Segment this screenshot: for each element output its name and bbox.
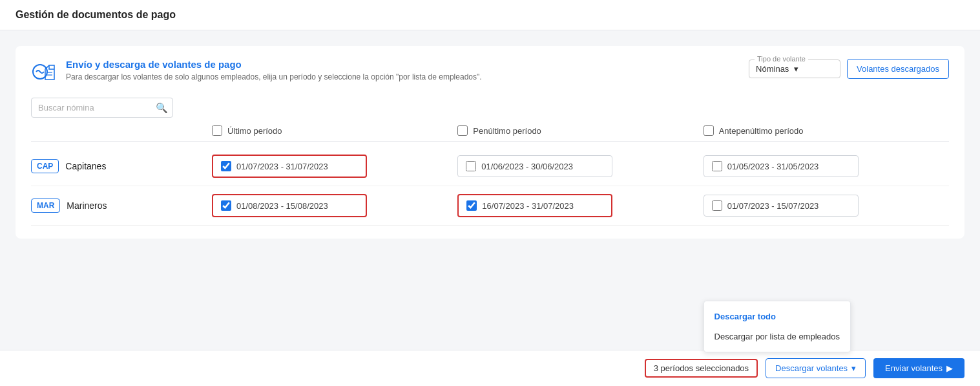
table-row: CAP Capitanes 01/07/2023 - 31/07/2023 01…	[31, 147, 949, 186]
search-input-wrapper: 🔍	[31, 98, 173, 118]
table-body: CAP Capitanes 01/07/2023 - 31/07/2023 01…	[31, 147, 949, 226]
period-box-antepenultimo-0[interactable]: 01/05/2023 - 31/05/2023	[704, 155, 859, 177]
ultimo-header-checkbox[interactable]	[212, 125, 222, 136]
row-label-0: CAP Capitanes	[31, 159, 212, 173]
col-header-antepenultimo-label: Antepenúltimo período	[719, 126, 804, 136]
search-input[interactable]	[31, 98, 173, 118]
penultimo-checkbox-0[interactable]	[466, 161, 476, 171]
penultimo-period-text-0: 01/06/2023 - 30/06/2023	[481, 162, 573, 171]
col-header-ultimo-label: Último período	[227, 126, 282, 136]
page-title: Gestión de documentos de pago	[0, 0, 980, 30]
volantes-descargados-button[interactable]: Volantes descargados	[847, 59, 949, 79]
download-by-list-item[interactable]: Descargar por lista de empleados	[704, 327, 850, 347]
antepenultimo-period-text-0: 01/05/2023 - 31/05/2023	[727, 162, 819, 171]
row-label-1: MAR Marineros	[31, 198, 212, 213]
descargar-volantes-button[interactable]: Descargar volantes ▾	[766, 358, 866, 378]
ultimo-period-text-0: 01/07/2023 - 31/07/2023	[236, 162, 328, 171]
descargar-volantes-label: Descargar volantes	[775, 363, 848, 373]
period-cell-ultimo-0[interactable]: 01/07/2023 - 31/07/2023	[212, 155, 457, 178]
period-box-ultimo-1[interactable]: 01/08/2023 - 15/08/2023	[212, 194, 367, 217]
enviar-volantes-label: Enviar volantes	[885, 363, 943, 373]
antepenultimo-checkbox-0[interactable]	[712, 161, 722, 171]
col-header-penultimo-label: Penúltimo período	[473, 126, 541, 136]
period-box-antepenultimo-1[interactable]: 01/07/2023 - 15/07/2023	[704, 195, 859, 217]
period-cell-penultimo-0[interactable]: 01/06/2023 - 30/06/2023	[457, 155, 703, 177]
row-name-1: Marineros	[67, 200, 107, 211]
antepenultimo-period-text-1: 01/07/2023 - 15/07/2023	[727, 201, 819, 211]
tag-badge-0: CAP	[31, 159, 59, 173]
period-box-ultimo-0[interactable]: 01/07/2023 - 31/07/2023	[212, 155, 367, 178]
period-cell-antepenultimo-1[interactable]: 01/07/2023 - 15/07/2023	[704, 195, 949, 217]
ultimo-checkbox-1[interactable]	[221, 200, 231, 211]
tipo-volante-label: Tipo de volante	[755, 55, 808, 63]
payment-document-icon	[31, 59, 57, 85]
arrow-right-icon: ▶	[946, 363, 953, 373]
col-header-antepenultimo[interactable]: Antepenúltimo período	[704, 125, 949, 136]
ultimo-checkbox-0[interactable]	[221, 161, 231, 171]
table-row: MAR Marineros 01/08/2023 - 15/08/2023 16…	[31, 186, 949, 226]
section-subtitle: Para descargar los volantes de solo algu…	[66, 72, 482, 81]
chevron-down-icon-descargar: ▾	[851, 363, 856, 373]
tipo-volante-dropdown-wrapper[interactable]: Tipo de volante Nóminas ▾	[749, 59, 840, 78]
period-cell-penultimo-1[interactable]: 16/07/2023 - 31/07/2023	[457, 194, 703, 217]
search-icon[interactable]: 🔍	[156, 102, 168, 114]
period-box-penultimo-1[interactable]: 16/07/2023 - 31/07/2023	[457, 194, 612, 217]
penultimo-header-checkbox[interactable]	[457, 125, 468, 136]
period-cell-ultimo-1[interactable]: 01/08/2023 - 15/08/2023	[212, 194, 457, 217]
col-header-penultimo[interactable]: Penúltimo período	[457, 125, 703, 136]
download-dropdown-menu: Descargar todo Descargar por lista de em…	[704, 301, 851, 352]
ultimo-period-text-1: 01/08/2023 - 15/08/2023	[236, 201, 328, 211]
penultimo-period-text-1: 16/07/2023 - 31/07/2023	[482, 201, 574, 211]
tipo-volante-value: Nóminas	[756, 64, 789, 74]
period-cell-antepenultimo-0[interactable]: 01/05/2023 - 31/05/2023	[704, 155, 949, 177]
enviar-volantes-button[interactable]: Enviar volantes ▶	[873, 358, 964, 378]
penultimo-checkbox-1[interactable]	[466, 200, 477, 211]
download-all-item[interactable]: Descargar todo	[704, 306, 850, 327]
section-title: Envío y descarga de volantes de pago	[66, 59, 482, 70]
row-name-0: Capitanes	[65, 161, 106, 171]
antepenultimo-checkbox-1[interactable]	[712, 200, 722, 211]
antepenultimo-header-checkbox[interactable]	[704, 125, 714, 136]
footer-action-bar: Descargar todo Descargar por lista de em…	[0, 350, 980, 383]
period-box-penultimo-0[interactable]: 01/06/2023 - 30/06/2023	[457, 155, 612, 177]
selected-count-badge: 3 períodos seleccionados	[645, 359, 758, 378]
table-header: Último período Penúltimo período Antepen…	[31, 125, 949, 142]
chevron-down-icon: ▾	[794, 64, 798, 74]
col-header-ultimo[interactable]: Último período	[212, 125, 457, 136]
tipo-volante-select[interactable]: Nóminas ▾	[756, 64, 833, 74]
tag-badge-1: MAR	[31, 198, 60, 213]
